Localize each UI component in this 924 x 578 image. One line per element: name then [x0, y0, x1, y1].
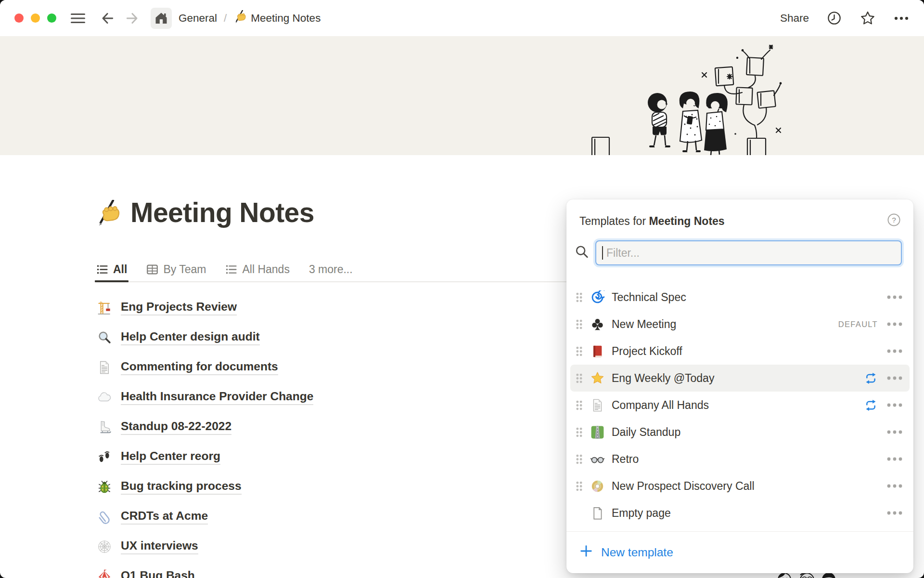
drag-handle[interactable]	[575, 480, 583, 492]
tab-3-more[interactable]: 3 more...	[309, 257, 353, 281]
template-options-button[interactable]	[886, 403, 903, 407]
list-view-icon	[96, 263, 108, 276]
filter-input[interactable]	[595, 240, 902, 265]
page-link-row: Health Insurance Provider Change	[96, 382, 568, 412]
ellipsis-icon[interactable]	[893, 15, 910, 21]
template-label: Daily Standup	[612, 426, 886, 439]
breadcrumb-workspace[interactable]: General	[179, 12, 217, 25]
page-link[interactable]: UX interviews	[121, 539, 198, 554]
row-ellipsis-icon	[886, 403, 903, 407]
tab-all-hands[interactable]: All Hands	[225, 257, 289, 281]
row-ellipsis-icon	[886, 430, 903, 434]
drag-handle[interactable]	[575, 453, 583, 465]
star-icon	[590, 371, 605, 385]
template-options-button[interactable]	[886, 376, 903, 381]
tab-label: 3 more...	[309, 263, 353, 276]
breadcrumb-page[interactable]: Meeting Notes	[251, 12, 321, 25]
zoom-window-button[interactable]	[47, 13, 56, 23]
back-icon[interactable]	[99, 10, 115, 26]
template-options-button[interactable]	[886, 322, 903, 327]
beetle-icon	[96, 480, 113, 494]
tab-label: All Hands	[242, 263, 289, 276]
tab-by-team[interactable]: By Team	[146, 257, 206, 281]
page-link[interactable]: Bug tracking process	[121, 479, 242, 495]
clock-icon[interactable]	[826, 10, 842, 26]
page-title[interactable]: Meeting Notes	[130, 197, 314, 228]
view-tabs: AllBy TeamAll Hands3 more...	[96, 257, 353, 281]
minimize-window-button[interactable]	[31, 13, 40, 23]
new-template-button[interactable]: New template	[566, 531, 913, 573]
page-link-row: Help Center design audit	[96, 323, 568, 353]
page-title-emoji[interactable]	[95, 200, 121, 228]
forward-icon[interactable]	[125, 10, 141, 26]
page-link[interactable]: Help Center reorg	[121, 449, 220, 465]
template-row-new-prospect-discovery-call[interactable]: New Prospect Discovery Call	[570, 473, 910, 499]
row-ellipsis-icon	[886, 295, 903, 300]
row-ellipsis-icon	[886, 349, 903, 354]
page-link[interactable]: CRDTs at Acme	[121, 509, 208, 525]
document-page-icon	[96, 360, 113, 375]
drag-handle[interactable]	[575, 318, 583, 330]
template-row-retro[interactable]: Retro	[570, 446, 910, 473]
table-view-icon	[146, 263, 158, 276]
template-options-button[interactable]	[886, 511, 903, 515]
page-link-row: Commenting for documents	[96, 353, 568, 382]
template-row-new-meeting[interactable]: New MeetingDEFAULT	[570, 311, 910, 338]
template-row-company-all-hands[interactable]: Company All Hands	[570, 392, 910, 419]
drag-handle[interactable]	[575, 426, 583, 438]
recurring-icon	[864, 371, 878, 385]
template-options-button[interactable]	[886, 295, 903, 300]
toolbar-actions: Share	[780, 10, 910, 26]
template-list: Technical SpecNew MeetingDEFAULTProject …	[566, 284, 913, 526]
template-options-button[interactable]	[886, 430, 903, 434]
optical-disc-icon	[590, 479, 605, 493]
writing-hand-icon	[233, 10, 246, 23]
row-ellipsis-icon	[886, 484, 903, 488]
page-link[interactable]: Health Insurance Provider Change	[121, 390, 313, 405]
construction-crane-icon	[96, 301, 113, 315]
template-row-technical-spec[interactable]: Technical Spec	[570, 284, 910, 311]
sidebar-menu-icon[interactable]	[70, 10, 86, 26]
row-ellipsis-icon	[886, 322, 903, 327]
drag-handle[interactable]	[575, 372, 583, 384]
home-icon[interactable]	[151, 8, 172, 29]
share-button[interactable]: Share	[780, 12, 809, 25]
template-row-project-kickoff[interactable]: Project Kickoff	[570, 338, 910, 365]
page-link[interactable]: Commenting for documents	[121, 360, 278, 375]
page-link-row: UX interviews	[96, 532, 568, 562]
list-view-icon	[225, 263, 237, 276]
spider-web-icon	[96, 539, 113, 554]
drag-handle[interactable]	[575, 399, 583, 411]
traffic-lights	[14, 13, 56, 23]
page-link[interactable]: Eng Projects Review	[121, 300, 237, 315]
template-row-eng-weekly-today[interactable]: Eng Weekly @Today	[570, 365, 910, 392]
row-ellipsis-icon	[886, 511, 903, 515]
red-book-icon	[590, 344, 605, 358]
page-link[interactable]: Standup 08-22-2022	[121, 420, 231, 435]
glasses-icon	[590, 452, 605, 466]
tab-all[interactable]: All	[96, 257, 127, 281]
page-link-row: Q1 Bug Bash	[96, 562, 568, 578]
document-page-icon	[590, 398, 605, 412]
template-row-daily-standup[interactable]: Daily Standup	[570, 419, 910, 446]
template-options-button[interactable]	[886, 484, 903, 488]
help-icon[interactable]: ?	[887, 213, 901, 230]
page-link[interactable]: Q1 Bug Bash	[121, 569, 195, 578]
template-options-button[interactable]	[886, 457, 903, 461]
drag-handle[interactable]	[575, 345, 583, 357]
breadcrumb-page-emoji	[233, 10, 246, 26]
template-row-empty-page[interactable]: Empty page	[570, 499, 910, 526]
page-cover[interactable]	[0, 36, 924, 155]
empty-page-icon	[590, 506, 605, 520]
close-window-button[interactable]	[14, 13, 24, 23]
star-icon[interactable]	[860, 10, 876, 26]
search-icon	[575, 245, 589, 261]
page-link[interactable]: Help Center design audit	[121, 330, 260, 345]
templates-popup: Templates for Meeting Notes ? Technical …	[566, 199, 913, 573]
drag-handle[interactable]	[575, 291, 583, 303]
cyclone-icon	[590, 290, 605, 304]
page-link-row: Eng Projects Review	[96, 293, 568, 323]
page-link-row: Help Center reorg	[96, 442, 568, 472]
template-options-button[interactable]	[886, 349, 903, 354]
recurring-icon	[864, 398, 878, 412]
